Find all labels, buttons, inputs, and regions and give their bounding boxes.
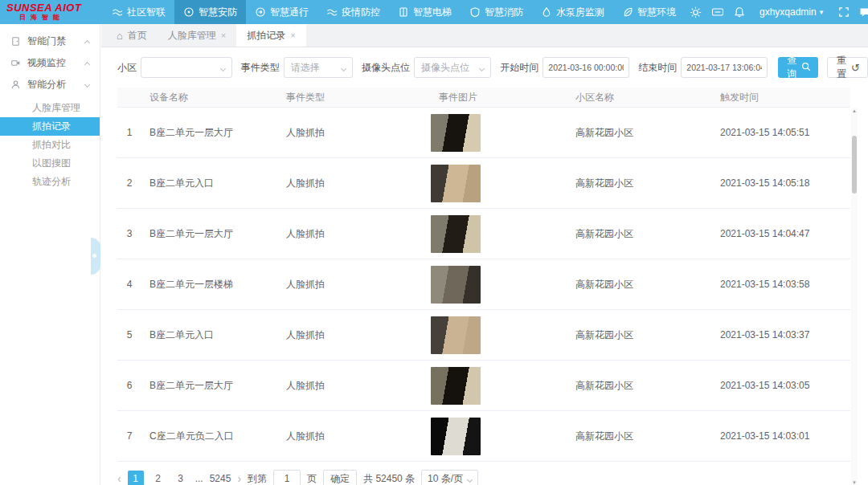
community-cell: 高新花园小区 bbox=[567, 177, 712, 190]
elevator-icon bbox=[398, 6, 409, 18]
sidebar-item-video-monitor[interactable]: 视频监控 bbox=[0, 52, 100, 74]
event-type-cell: 人脸抓拍 bbox=[278, 379, 431, 393]
table-row[interactable]: 4 B座二单元一层楼梯 人脸抓拍 高新花园小区 2021-03-15 14:03… bbox=[117, 259, 850, 310]
nav-item-elevator[interactable]: 智慧电梯 bbox=[389, 0, 461, 24]
event-type-column-header: 事件类型 bbox=[278, 91, 431, 104]
tab-face-library[interactable]: 人脸库管理 × bbox=[158, 24, 236, 47]
close-icon[interactable]: × bbox=[221, 31, 226, 40]
device-name-cell: B座二单元一层楼梯 bbox=[141, 278, 278, 291]
scroll-up-icon[interactable]: ▲ bbox=[851, 108, 858, 115]
sidebar-item-image-search[interactable]: 以图搜图 bbox=[0, 154, 100, 173]
device-name-cell: B座二单元一层大厅 bbox=[141, 126, 278, 140]
surveillance-thumbnail[interactable] bbox=[431, 418, 481, 455]
sidebar-item-door-access[interactable]: 智能门禁 bbox=[0, 31, 100, 52]
surveillance-thumbnail[interactable] bbox=[431, 165, 481, 202]
event-type-cell: 人脸抓拍 bbox=[278, 278, 431, 291]
scrollbar-thumb[interactable] bbox=[852, 136, 857, 194]
event-type-select[interactable]: 请选择 bbox=[284, 57, 353, 78]
user-menu[interactable]: gxhyxqadmin ▾ bbox=[750, 6, 833, 18]
surveillance-thumbnail[interactable] bbox=[431, 114, 481, 152]
event-image-cell bbox=[431, 418, 567, 455]
event-type-cell: 人脸抓拍 bbox=[278, 328, 431, 342]
surveillance-thumbnail[interactable] bbox=[431, 316, 481, 354]
chevron-down-icon bbox=[221, 62, 225, 73]
trigger-time-cell: 2021-03-15 14:05:51 bbox=[712, 127, 850, 138]
brand-name: SUNSEA AIOT bbox=[6, 2, 103, 14]
community-select[interactable] bbox=[141, 57, 232, 78]
page-number[interactable]: 2 bbox=[150, 471, 166, 485]
person-analysis-icon bbox=[10, 79, 21, 90]
table-row[interactable]: 6 B座二单元一层大厅 人脸抓拍 高新花园小区 2021-03-15 14:03… bbox=[117, 361, 850, 411]
next-page-icon[interactable]: › bbox=[237, 472, 241, 485]
nav-item-fire[interactable]: 智慧消防 bbox=[461, 0, 532, 24]
tab-home[interactable]: ⌂ 首页 bbox=[106, 24, 158, 47]
username: gxhyxqadmin bbox=[760, 6, 817, 18]
nav-item-pump-room[interactable]: 水泵房监测 bbox=[532, 0, 613, 24]
signal-waves-icon bbox=[112, 6, 123, 18]
sidebar-item-label: 视频监控 bbox=[27, 56, 66, 70]
reset-button[interactable]: 重置 ↺ bbox=[827, 57, 868, 78]
notification-bell-icon[interactable] bbox=[728, 0, 750, 24]
sidebar-item-track-analysis[interactable]: 轨迹分析 bbox=[0, 173, 100, 191]
close-icon[interactable]: × bbox=[290, 31, 295, 40]
reset-button-label: 重置 bbox=[835, 54, 848, 81]
message-bubble-icon[interactable] bbox=[854, 0, 868, 24]
nav-item-epidemic[interactable]: 疫情防控 bbox=[317, 0, 389, 24]
scroll-down-icon[interactable]: ▼ bbox=[851, 479, 858, 485]
main-content: ⌂ 首页 人脸库管理 × 抓拍记录 × 小区 事件类型 请选择 bbox=[101, 24, 868, 485]
nav-item-environment[interactable]: 智慧环境 bbox=[613, 0, 685, 24]
tab-capture-records[interactable]: 抓拍记录 × bbox=[236, 24, 305, 47]
id-card-icon[interactable] bbox=[706, 0, 728, 24]
reset-icon: ↺ bbox=[851, 63, 860, 73]
event-type-label: 事件类型 bbox=[241, 61, 280, 75]
goto-page-label: 到第 bbox=[248, 472, 267, 485]
event-image-cell bbox=[431, 114, 567, 152]
nav-label: 疫情防控 bbox=[342, 6, 380, 19]
end-time-input[interactable] bbox=[681, 57, 768, 78]
handle-dot bbox=[92, 254, 96, 258]
chevron-down-icon bbox=[468, 473, 472, 484]
chevron-down-icon: ▾ bbox=[820, 9, 824, 16]
nav-item-passage[interactable]: 智慧通行 bbox=[246, 0, 317, 24]
end-time-label: 结束时间 bbox=[638, 61, 677, 75]
nav-item-security[interactable]: 智慧安防 bbox=[174, 0, 246, 24]
prev-page-icon[interactable]: ‹ bbox=[117, 472, 121, 485]
sidebar-collapse-handle[interactable] bbox=[91, 238, 100, 275]
goto-page-input[interactable] bbox=[273, 470, 301, 485]
table-row[interactable]: 5 B座二单元入口 人脸抓拍 高新花园小区 2021-03-15 14:03:3… bbox=[117, 310, 850, 361]
community-cell: 高新花园小区 bbox=[567, 379, 712, 393]
camera-select[interactable]: 摄像头点位 bbox=[414, 57, 491, 78]
sidebar-item-capture-compare[interactable]: 抓拍对比 bbox=[0, 136, 100, 154]
table-row[interactable]: 7 C座二单元负二入口 人脸抓拍 高新花园小区 2021-03-15 14:03… bbox=[117, 411, 850, 462]
table-row[interactable]: 1 B座二单元一层大厅 人脸抓拍 高新花园小区 2021-03-15 14:05… bbox=[117, 108, 850, 158]
page-number[interactable]: 1 bbox=[128, 471, 144, 485]
surveillance-thumbnail[interactable] bbox=[431, 215, 481, 253]
goto-confirm-button[interactable]: 确定 bbox=[323, 470, 357, 485]
event-image-cell bbox=[431, 266, 567, 304]
surveillance-thumbnail[interactable] bbox=[431, 367, 481, 405]
row-index: 1 bbox=[117, 127, 141, 138]
device-column-header: 设备名称 bbox=[141, 91, 278, 104]
sidebar-item-smart-analysis[interactable]: 智能分析 bbox=[0, 74, 100, 96]
fullscreen-icon[interactable] bbox=[833, 0, 854, 24]
nav-item-community-link[interactable]: 社区智联 bbox=[103, 0, 174, 24]
settings-gear-icon[interactable] bbox=[685, 0, 706, 24]
brand-logo: SUNSEA AIOT 日海智能 bbox=[0, 2, 103, 22]
table-row[interactable]: 2 B座二单元入口 人脸抓拍 高新花园小区 2021-03-15 14:05:1… bbox=[117, 158, 850, 209]
water-drop-icon bbox=[541, 6, 552, 18]
target-shield-icon bbox=[183, 6, 194, 18]
page-size-select[interactable]: 10 条/页 bbox=[421, 470, 478, 485]
table-row[interactable]: 3 B座二单元一层大厅 人脸抓拍 高新花园小区 2021-03-15 14:04… bbox=[117, 209, 850, 259]
page-number[interactable]: 3 bbox=[173, 471, 189, 485]
community-label: 小区 bbox=[117, 61, 137, 75]
sidebar-item-capture-records[interactable]: 抓拍记录 bbox=[0, 117, 100, 136]
page-number[interactable]: 5245 bbox=[210, 471, 231, 485]
sidebar-item-face-library[interactable]: 人脸库管理 bbox=[0, 99, 100, 117]
capture-records-table: 设备名称 事件类型 事件图片 小区名称 触发时间 1 B座二单元一层大厅 人脸抓… bbox=[117, 88, 850, 462]
community-cell: 高新花园小区 bbox=[567, 328, 712, 342]
surveillance-thumbnail[interactable] bbox=[431, 266, 481, 304]
chevron-up-icon bbox=[85, 39, 89, 45]
app-root: SUNSEA AIOT 日海智能 社区智联 智慧安防 智慧通行 疫情防控 bbox=[0, 0, 868, 485]
search-button[interactable]: 查询 bbox=[778, 57, 818, 78]
start-time-input[interactable] bbox=[542, 57, 629, 78]
